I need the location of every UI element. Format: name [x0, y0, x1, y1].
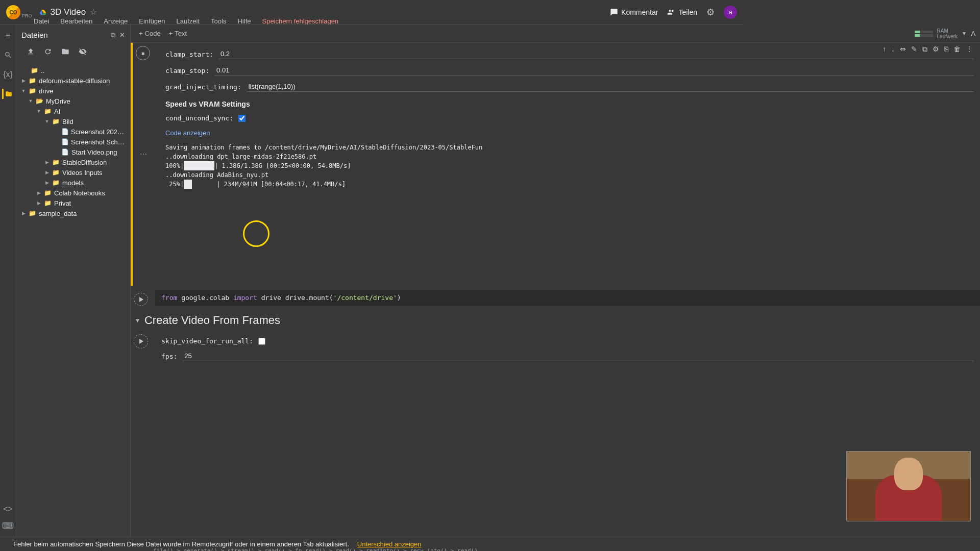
clamp-start-input[interactable]	[218, 49, 743, 59]
heading-text: Create Video From Frames	[144, 314, 280, 327]
expand-icon[interactable]: ▶	[20, 211, 27, 216]
folder-icon: 📁	[31, 67, 39, 74]
tree-mydrive[interactable]: ▼📂MyDrive	[18, 96, 128, 106]
expand-icon[interactable]: ▶	[20, 78, 27, 83]
drive-icon	[39, 9, 46, 16]
expand-icon[interactable]: ▶	[44, 160, 50, 165]
folder-icon: 📁	[44, 199, 52, 207]
folder-icon: 📁	[52, 169, 60, 176]
file-icon: 📄	[61, 128, 69, 135]
expand-icon[interactable]: ▶	[36, 190, 42, 195]
expand-icon[interactable]: ▶	[44, 170, 50, 175]
run-cell-button[interactable]	[134, 334, 148, 348]
toc-icon[interactable]: ≡	[3, 31, 13, 41]
settings-icon[interactable]: ⚙	[706, 7, 715, 18]
left-rail: ≡ {x} <> ⌨	[0, 24, 16, 412]
clamp-start-label: clamp_start:	[165, 51, 213, 58]
clamp-stop-input[interactable]	[214, 65, 743, 76]
drive-folder-icon: 📂	[36, 97, 44, 105]
hide-icon[interactable]	[79, 47, 87, 58]
collapse-icon[interactable]: ▼	[20, 88, 27, 93]
upload-icon[interactable]	[27, 47, 35, 58]
tree-models[interactable]: ▶📁models	[18, 178, 128, 188]
sidebar-title: Dateien	[21, 31, 48, 39]
tree-file[interactable]: 📄Screenshot 2023-05-1...	[18, 127, 128, 137]
collapse-icon[interactable]: ▼	[44, 119, 50, 124]
tree-drive[interactable]: ▼📁drive	[18, 86, 128, 96]
share-icon	[667, 8, 675, 16]
tree-bild[interactable]: ▼📁Bild	[18, 116, 128, 127]
expand-icon[interactable]: ▶	[44, 180, 50, 185]
files-icon[interactable]	[2, 89, 12, 99]
code-cell[interactable]: from google.colab import drive drive.mou…	[131, 290, 743, 306]
show-code-link[interactable]: Code anzeigen	[165, 125, 210, 141]
refresh-icon[interactable]	[44, 47, 52, 58]
colab-logo	[6, 5, 20, 19]
code-editor[interactable]: from google.colab import drive drive.mou…	[155, 290, 743, 306]
close-sidebar-icon[interactable]: ✕	[119, 31, 125, 39]
comment-icon	[610, 8, 618, 16]
folder-icon: 📁	[52, 159, 60, 166]
tree-file[interactable]: 📄Start Video.png	[18, 147, 128, 157]
tree-sd[interactable]: ▶📁StableDiffusion	[18, 157, 128, 167]
search-icon[interactable]	[3, 50, 13, 60]
mount-drive-icon[interactable]	[61, 47, 69, 58]
add-text-button[interactable]: + Text	[165, 28, 191, 39]
file-icon: 📄	[61, 138, 69, 145]
folder-icon: 📁	[52, 179, 60, 186]
tree-privat[interactable]: ▶📁Privat	[18, 198, 128, 208]
grad-inject-label: grad_inject_timing:	[165, 83, 241, 91]
folder-icon: 📁	[29, 87, 37, 94]
output-menu-icon[interactable]: ⋯	[140, 150, 147, 158]
form-cell[interactable]: skip_video_for_run_all: fps:	[131, 331, 743, 367]
skip-video-label: skip_video_for_run_all:	[161, 337, 253, 345]
section-heading[interactable]: ▼ Create Video From Frames	[131, 306, 743, 331]
notebook-main[interactable]: ↑ ↓ ⇔ ✎ ⧉ ⚙ ⎘ 🗑 ⋮ clamp_start: clamp_sto…	[131, 43, 743, 412]
file-tree[interactable]: 📁.. ▶📁deforum-stable-diffusion ▼📁drive ▼…	[16, 64, 130, 412]
tree-vi[interactable]: ▶📁Videos Inputs	[18, 167, 128, 178]
folder-icon: 📁	[52, 118, 60, 125]
skip-video-checkbox[interactable]	[258, 338, 265, 345]
collapse-section-icon[interactable]: ▼	[135, 317, 140, 323]
tree-sample[interactable]: ▶📁sample_data	[18, 208, 128, 218]
tree-deforum[interactable]: ▶📁deforum-stable-diffusion	[18, 76, 128, 86]
comment-button[interactable]: Kommentar	[610, 8, 658, 16]
folder-icon: 📁	[44, 189, 52, 196]
stop-cell-button[interactable]	[136, 46, 150, 60]
tree-ai[interactable]: ▼📁AI	[18, 106, 128, 116]
new-window-icon[interactable]: ⧉	[111, 31, 115, 39]
add-code-button[interactable]: + Code	[135, 28, 165, 39]
folder-icon: 📁	[44, 108, 52, 115]
cell-output: Saving animation frames to /content/driv…	[165, 141, 743, 191]
clamp-stop-label: clamp_stop:	[165, 67, 209, 74]
tree-up[interactable]: 📁..	[18, 65, 128, 76]
fps-input[interactable]	[182, 351, 743, 361]
tree-colab[interactable]: ▶📁Colab Notebooks	[18, 188, 128, 198]
avatar[interactable]: a	[724, 6, 737, 19]
share-button[interactable]: Teilen	[667, 8, 697, 16]
cond-uncond-checkbox[interactable]	[238, 115, 246, 122]
speed-vram-heading: Speed vs VRAM Settings	[165, 95, 743, 111]
files-sidebar: Dateien ⧉ ✕ 📁.. ▶📁deforum-stable-diffusi…	[16, 24, 131, 412]
form-cell[interactable]: ↑ ↓ ⇔ ✎ ⧉ ⚙ ⎘ 🗑 ⋮ clamp_start: clamp_sto…	[131, 43, 743, 286]
collapse-icon[interactable]: ▼	[28, 98, 34, 104]
cond-uncond-label: cond_uncond_sync:	[165, 114, 233, 122]
folder-icon: 📁	[29, 210, 37, 217]
fps-label: fps:	[161, 353, 177, 360]
tree-file[interactable]: 📄Screenshot Schnipps....	[18, 137, 128, 147]
toolbar: + Code + Text RAM Laufwerk ▼ ᐱ	[131, 24, 743, 43]
collapse-icon[interactable]: ▼	[36, 109, 42, 114]
run-cell-button[interactable]	[134, 293, 148, 306]
variables-icon[interactable]: {x}	[3, 69, 13, 80]
file-icon: 📄	[61, 148, 69, 156]
grad-inject-input[interactable]	[247, 82, 743, 92]
folder-icon: 📁	[29, 77, 37, 84]
expand-icon[interactable]: ▶	[36, 201, 42, 206]
